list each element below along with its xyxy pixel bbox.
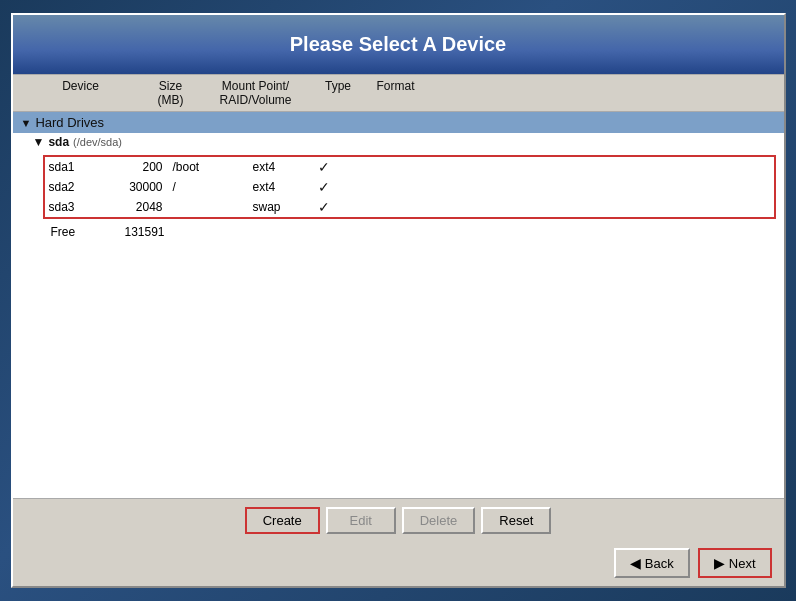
sda-expand-arrow-icon: ▼	[33, 135, 45, 149]
col-header-size: Size (MB)	[141, 79, 201, 107]
free-label: Free	[51, 225, 111, 239]
content-area: Device Size (MB) Mount Point/ RAID/Volum…	[13, 75, 784, 542]
partition-size: 30000	[109, 180, 169, 194]
sda-row[interactable]: ▼ sda (/dev/sda)	[13, 133, 784, 151]
partition-size: 200	[109, 160, 169, 174]
back-icon: ◀	[630, 555, 641, 571]
format-check: ✓	[304, 179, 344, 195]
next-button[interactable]: ▶ Next	[698, 548, 772, 578]
partition-type: swap	[249, 200, 304, 214]
sda-label: sda	[48, 135, 69, 149]
hard-drives-group[interactable]: ▼ Hard Drives	[13, 112, 784, 133]
partition-type: ext4	[249, 180, 304, 194]
sda-path: (/dev/sda)	[73, 136, 122, 148]
device-tree: ▼ Hard Drives ▼ sda (/dev/sda) sda1 200 …	[13, 112, 784, 498]
format-check: ✓	[304, 159, 344, 175]
partition-device: sda1	[49, 160, 109, 174]
partition-mount: /	[169, 180, 249, 194]
back-button[interactable]: ◀ Back	[614, 548, 690, 578]
next-icon: ▶	[714, 555, 725, 571]
free-row: Free 131591	[13, 223, 784, 241]
edit-button[interactable]: Edit	[326, 507, 396, 534]
main-window: Please Select A Device Device Size (MB) …	[11, 13, 786, 588]
partition-device: sda2	[49, 180, 109, 194]
page-title: Please Select A Device	[13, 15, 784, 75]
col-header-device: Device	[21, 79, 141, 107]
free-size: 131591	[111, 225, 171, 239]
col-header-format: Format	[366, 79, 426, 107]
delete-button[interactable]: Delete	[402, 507, 476, 534]
hard-drives-label: Hard Drives	[35, 115, 104, 130]
back-label: Back	[645, 556, 674, 571]
partition-box: sda1 200 /boot ext4 ✓ sda2 30000 / ext4 …	[43, 155, 776, 219]
action-buttons: Create Edit Delete Reset	[13, 498, 784, 542]
col-header-type: Type	[311, 79, 366, 107]
partition-type: ext4	[249, 160, 304, 174]
table-row[interactable]: sda2 30000 / ext4 ✓	[45, 177, 774, 197]
col-header-mount: Mount Point/ RAID/Volume	[201, 79, 311, 107]
next-label: Next	[729, 556, 756, 571]
partition-mount: /boot	[169, 160, 249, 174]
create-button[interactable]: Create	[245, 507, 320, 534]
partition-size: 2048	[109, 200, 169, 214]
expand-arrow-icon: ▼	[21, 117, 32, 129]
table-row[interactable]: sda3 2048 swap ✓	[45, 197, 774, 217]
table-row[interactable]: sda1 200 /boot ext4 ✓	[45, 157, 774, 177]
partition-device: sda3	[49, 200, 109, 214]
table-header: Device Size (MB) Mount Point/ RAID/Volum…	[13, 75, 784, 112]
format-check: ✓	[304, 199, 344, 215]
reset-button[interactable]: Reset	[481, 507, 551, 534]
nav-buttons: ◀ Back ▶ Next	[13, 542, 784, 586]
